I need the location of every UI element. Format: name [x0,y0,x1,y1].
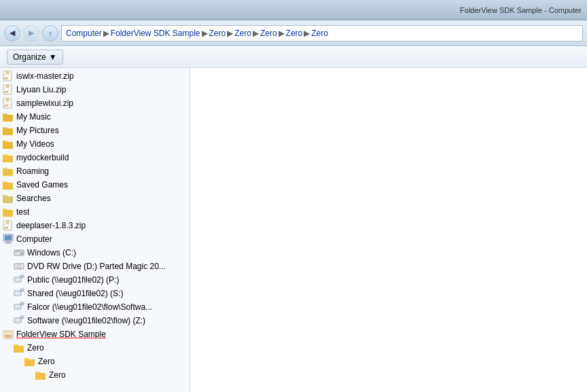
sidebar-item-shared[interactable]: Shared (\\eug01file02) (S:) [0,287,190,300]
sidebar-item-windows[interactable]: Windows (C:) [0,246,190,260]
svg-text:ZIP: ZIP [4,77,9,80]
sidebar-item-liyuan-label: Liyuan Liu.zip [16,85,66,94]
organize-dropdown-icon: ▼ [49,52,57,62]
sidebar-item-software[interactable]: Software (\\eug01file02\flow) (Z:) [0,314,190,327]
network-drive-icon [14,288,24,299]
svg-rect-14 [6,241,10,243]
title-bar: FolderView SDK Sample - Computer [0,0,587,20]
folder-icon [24,356,35,367]
svg-text:ZIP: ZIP [4,90,9,94]
sidebar-item-iswix[interactable]: ZIP iswix-master.zip [0,69,190,83]
sidebar-item-public-label: Public (\\eug01file02) (P:) [27,275,119,285]
folder-icon [3,207,14,217]
folder-icon [3,179,14,190]
svg-rect-22 [14,277,21,282]
sidebar-item-zero2-label: Zero [38,357,55,366]
dvd-drive-icon [14,261,24,272]
sidebar-item-liyuan[interactable]: ZIP Liyuan Liu.zip [0,83,190,96]
sidebar-item-savedgames[interactable]: Saved Games [0,178,190,192]
zip-icon: ZIP [3,71,14,82]
svg-rect-15 [5,243,12,244]
sidebar-item-zero1[interactable]: Zero [0,341,190,355]
computer-icon [3,234,14,245]
folder-icon [35,370,46,380]
forward-button[interactable]: ▶ [23,25,39,41]
sidebar-section-files: ZIP iswix-master.zip ZIP Liyuan Liu.zip … [0,68,190,383]
address-bar[interactable]: Computer ▶ FolderView SDK Sample ▶ Zero … [61,25,583,41]
sidebar-item-mymusic[interactable]: My Music [0,110,190,124]
svg-text:ZIP: ZIP [4,226,9,230]
sidebar-item-mydockerbuild[interactable]: mydockerbuild [0,151,190,164]
sidebar-item-computer[interactable]: Computer [0,232,190,246]
breadcrumb-zero5[interactable]: Zero [311,29,328,38]
svg-rect-17 [15,251,20,252]
svg-rect-10 [6,220,9,224]
sidebar-item-deeplaser[interactable]: ZIP deeplaser-1.8.3.zip [0,219,190,232]
sidebar-item-mypictures-label: My Pictures [16,126,59,135]
organize-button[interactable]: Organize ▼ [7,50,63,65]
sidebar-item-zero1-label: Zero [27,343,44,353]
sidebar: ZIP iswix-master.zip ZIP Liyuan Liu.zip … [0,68,190,392]
breadcrumb-folderview[interactable]: FolderView SDK Sample [111,29,200,38]
zip-icon: ZIP [3,84,14,95]
network-drive-icon [14,302,24,313]
breadcrumb-computer[interactable]: Computer [66,29,102,38]
sidebar-item-savedgames-label: Saved Games [16,180,68,190]
content-area [190,68,587,392]
drive-icon [14,247,24,258]
sidebar-item-shared-label: Shared (\\eug01file02) (S:) [27,289,123,298]
sidebar-item-iswix-label: iswix-master.zip [16,71,74,81]
back-button[interactable]: ◀ [4,25,20,41]
svg-rect-1 [6,71,9,74]
network-drive-icon [14,315,24,326]
sidebar-item-mydockerbuild-label: mydockerbuild [16,153,69,162]
sidebar-item-samplewixui[interactable]: ZIP samplewixui.zip [0,96,190,110]
breadcrumb-zero2[interactable]: Zero [234,29,251,38]
sidebar-item-roaming-label: Roaming [16,166,49,176]
zip-icon: ZIP [3,220,14,231]
svg-point-18 [20,252,23,255]
organize-label: Organize [13,52,46,62]
sidebar-item-searches[interactable]: Searches [0,192,190,205]
sidebar-item-deeplaser-label: deeplaser-1.8.3.zip [16,221,86,230]
sdk-folder-icon: SDK [3,329,14,340]
folder-music-icon [3,111,14,122]
sidebar-item-searches-label: Searches [16,194,51,203]
breadcrumb-zero4[interactable]: Zero [286,29,303,38]
sidebar-item-dvdrw[interactable]: DVD RW Drive (D:) Parted Magic 20... [0,260,190,273]
breadcrumb-zero1[interactable]: Zero [209,29,226,38]
svg-rect-13 [5,236,12,240]
network-drive-icon [14,274,24,285]
sidebar-item-dvdrw-label: DVD RW Drive (D:) Parted Magic 20... [27,262,166,271]
folder-icon [14,342,24,353]
sidebar-item-zero2[interactable]: Zero [0,355,190,368]
svg-rect-31 [14,318,21,323]
title-bar-text: FolderView SDK Sample - Computer [460,6,582,14]
sidebar-item-samplewixui-label: samplewixui.zip [16,99,73,108]
main-content: ZIP iswix-master.zip ZIP Liyuan Liu.zip … [0,68,587,392]
svg-text:ZIP: ZIP [4,104,9,107]
sidebar-item-mymusic-label: My Music [16,112,51,122]
svg-text:SDK: SDK [5,334,12,338]
sidebar-item-public[interactable]: Public (\\eug01file02) (P:) [0,273,190,287]
sidebar-item-folderview-label: FolderView SDK Sample [16,329,106,339]
sidebar-item-zero3[interactable]: Zero [0,368,190,382]
folder-pictures-icon [3,125,14,136]
folder-icon [3,152,14,163]
svg-rect-25 [14,291,21,296]
sidebar-item-test[interactable]: test [0,205,190,219]
svg-rect-28 [14,304,21,309]
folder-icon [3,166,14,177]
up-button[interactable]: ↑ [42,25,58,41]
sidebar-item-myvideos[interactable]: My Videos [0,137,190,151]
breadcrumb-zero3[interactable]: Zero [260,29,277,38]
svg-point-21 [18,266,20,267]
sidebar-item-windows-label: Windows (C:) [27,248,76,257]
sidebar-item-myvideos-label: My Videos [16,139,54,149]
sidebar-item-falcor[interactable]: Falcor (\\eug01file02\flow\Softwa... [0,300,190,314]
sidebar-item-computer-label: Computer [16,234,52,244]
sidebar-item-roaming[interactable]: Roaming [0,164,190,178]
sidebar-item-mypictures[interactable]: My Pictures [0,124,190,137]
sidebar-item-folderview[interactable]: SDK FolderView SDK Sample [0,327,190,341]
folder-videos-icon [3,139,14,149]
